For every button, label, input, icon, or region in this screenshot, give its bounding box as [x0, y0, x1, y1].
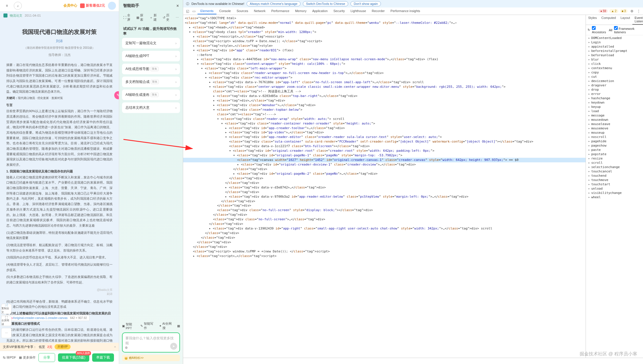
devtools-tab[interactable]: Lighthouse: [348, 8, 369, 14]
event-listener-item[interactable]: error: [586, 92, 643, 96]
event-listener-item[interactable]: touchcancel: [586, 169, 643, 174]
dom-line[interactable]: <class="tag">html lang="zh" data-quill-v…: [183, 21, 586, 25]
dom-line[interactable]: ▸ <class="tag">div class="menubar">…</cl…: [183, 103, 586, 108]
tab-grid[interactable]: ▦: [177, 322, 180, 330]
close-icon[interactable]: ×: [114, 345, 116, 349]
dom-line[interactable]: ▸ <class="tag">div id="original-pageNo-2…: [183, 172, 586, 176]
tool-new[interactable]: ＋ 新建: [150, 13, 159, 22]
event-listener-item[interactable]: keydown: [586, 100, 643, 105]
dom-line[interactable]: ▾ <class="tag">div id="app" class="reade…: [183, 48, 586, 53]
ai-prompt-input[interactable]: 要我做什么？输入@发现更多技能 ⊕ ➤: [122, 332, 180, 353]
pill-match-lang[interactable]: Always match Chrome's language: [247, 1, 301, 6]
dom-line[interactable]: ▾ <class="tag">body class tpl="xreader" …: [183, 30, 586, 34]
event-listener-item[interactable]: popstate: [586, 152, 643, 156]
single-download-button[interactable]: 单篇下载: [92, 353, 114, 362]
dom-line[interactable]: ▾ <class="tag">div class="reader-wrap" s…: [183, 117, 586, 121]
event-listener-item[interactable]: touchend: [586, 174, 643, 178]
dom-line[interactable]: </class="tag">div>: [183, 199, 586, 204]
dom-line[interactable]: ▾ <class="tag">div id="original-creader-…: [183, 149, 586, 153]
tab-write[interactable]: ✎ 智能写作: [140, 322, 156, 330]
event-listener-item[interactable]: touchstart: [586, 182, 643, 186]
tab-ppt[interactable]: ▣ 智能PPT: [122, 322, 137, 330]
dom-line[interactable]: <class="tag">div data-v-1cc221f7 class="…: [183, 144, 586, 149]
event-listener-item[interactable]: click: [586, 62, 643, 66]
search-icon[interactable]: ⌕: [14, 2, 22, 10]
dom-line[interactable]: </class="tag">div>: [183, 231, 586, 235]
ancestors-checkbox[interactable]: Ancestors: [592, 26, 607, 34]
dom-line[interactable]: </class="tag">div>: [183, 176, 586, 181]
event-listener-item[interactable]: hashchange: [586, 96, 643, 100]
dom-line[interactable]: ▾ <class="tag">div class="content-wrappe…: [183, 62, 586, 66]
pill-dont-show[interactable]: Don't show again: [350, 1, 381, 6]
devtools-tab[interactable]: Performance: [268, 8, 292, 14]
dom-line[interactable]: <class="tag">div class="sula-container" …: [183, 139, 586, 144]
dom-line[interactable]: ▾ <class="tag">div class="reader-topbar-…: [183, 108, 586, 112]
devtools-tab[interactable]: Network: [251, 8, 268, 14]
doc-tab[interactable]: 物流论文 2011-04-01: [0, 11, 119, 20]
warn-badge[interactable]: ▲ 2: [609, 9, 618, 13]
event-listener-item[interactable]: touchmove: [586, 178, 643, 182]
event-listener-item[interactable]: contextmenu: [586, 66, 643, 70]
devtools-tab[interactable]: Memory: [292, 8, 309, 14]
dom-line[interactable]: ▾ <class="tag">div id="app-reader-editor…: [183, 135, 586, 139]
ai-vip-strip[interactable]: 👑 赠AI特权>>: [122, 355, 180, 361]
convert-pdf-button[interactable]: ⇆ 转PDF: [3, 355, 16, 360]
dom-line[interactable]: <class="tag">canvas width="1027" height=…: [183, 158, 586, 162]
devtools-tab[interactable]: Sources: [234, 8, 251, 14]
dom-line[interactable]: <class="tag">!DOCTYPE html>: [183, 16, 586, 21]
dom-line[interactable]: <class="tag">div class="no-full-screen">…: [183, 217, 586, 222]
event-listener-item[interactable]: mouseleave: [586, 122, 643, 126]
ai-card[interactable]: AI辅助生成漫画限免›: [122, 89, 180, 100]
dom-line[interactable]: ▸ <class="tag">div data-v-13902439 id="a…: [183, 226, 586, 231]
dom-line[interactable]: ▸ <class="tag">div data-v-d3e8742>…</cla…: [183, 185, 586, 190]
dom-line[interactable]: ▸ <class="tag">div id="original-creader-…: [183, 162, 586, 167]
doc-body[interactable]: 我国现代港口物流的发展对策 刘涛 （湖北科通铁学院道岗管理学院 物流管理专业 2…: [0, 20, 119, 343]
dom-line[interactable]: ▾ <class="tag">div class="center-wrapper…: [183, 85, 586, 89]
event-listener-item[interactable]: devicemotion: [586, 79, 643, 83]
event-listener-item[interactable]: beforeinstallprompt: [586, 49, 643, 53]
devtools-tab[interactable]: Application: [309, 8, 331, 14]
attach-icon[interactable]: ⊕: [125, 346, 128, 350]
ai-card[interactable]: 定制写一篇物流论文›: [122, 38, 180, 48]
ai-card[interactable]: AI生成思维导图限免›: [122, 64, 180, 74]
event-listener-item[interactable]: mouseup: [586, 131, 643, 135]
event-listener-item[interactable]: wheel: [586, 195, 643, 199]
dom-line[interactable]: </class="tag">div>: [183, 181, 586, 185]
event-listener-item[interactable]: resize: [586, 156, 643, 161]
newbie-promo[interactable]: 新客最低2元: [80, 3, 105, 8]
dom-line[interactable]: class="cmt"><class="tag">!-- 阅读器右上角工具 --…: [183, 89, 586, 94]
devtools-tab[interactable]: Elements: [197, 8, 216, 14]
kebab-icon[interactable]: ⋮: [636, 9, 641, 14]
elements-dom-tree[interactable]: <class="tag">!DOCTYPE html><class="tag">…: [183, 15, 586, 358]
dom-line[interactable]: ▾ <class="tag">div class="rec-editor-wra…: [183, 75, 586, 80]
error-badge[interactable]: ● 59: [599, 9, 608, 13]
devtools-tab[interactable]: Security: [330, 8, 348, 14]
event-listener-item[interactable]: cut: [586, 75, 643, 79]
dom-line[interactable]: ▸ <class="tag">div data-v-7676180e id="a…: [183, 80, 586, 85]
dom-line[interactable]: ▸ <class="tag">div data-v-444705ee id="n…: [183, 57, 586, 62]
ai-card[interactable]: 总结本文档大意›: [122, 102, 180, 113]
event-listener-item[interactable]: visibilitychange: [586, 191, 643, 195]
event-listener-item[interactable]: pagehide: [586, 139, 643, 143]
batch-download-button[interactable]: 批量下载(15篇)80%人选择: [58, 353, 89, 362]
event-listener-item[interactable]: selectionchange: [586, 165, 643, 169]
tool-fullscreen[interactable]: ⛶ 全屏: [123, 13, 132, 22]
dom-line[interactable]: </class="tag">div>: [183, 203, 586, 208]
refresh-icon[interactable]: ↻: [588, 28, 590, 32]
devtools-tab[interactable]: Performance insights: [388, 8, 423, 14]
device-icon[interactable]: ▭: [191, 9, 196, 14]
side-tab[interactable]: Event Listeners: [632, 15, 643, 25]
gear-icon[interactable]: ⚙: [629, 9, 634, 14]
fullscreen-button[interactable]: ⛶全屏阅读: [1, 316, 11, 326]
send-icon[interactable]: ➤: [170, 343, 177, 350]
dom-line[interactable]: ▾ <class="tag">div id="original-pageNo-1…: [183, 153, 586, 158]
event-listener-item[interactable]: keyup: [586, 105, 643, 109]
dom-line[interactable]: <class="tag">div class="no-full-screen" …: [183, 208, 586, 213]
side-tab[interactable]: Layout: [618, 15, 632, 25]
share-button[interactable]: 分享: [38, 353, 55, 362]
dom-line[interactable]: ▸ <class="tag">script>…</class="tag">scr…: [183, 254, 586, 258]
event-listener-item[interactable]: blur: [586, 57, 643, 62]
dom-line[interactable]: </class="tag">div>: [183, 245, 586, 249]
dom-line[interactable]: ▸ <class="tag">noscript>…</class="tag">n…: [183, 34, 586, 39]
dom-line[interactable]: </class="tag">div>: [183, 213, 586, 217]
